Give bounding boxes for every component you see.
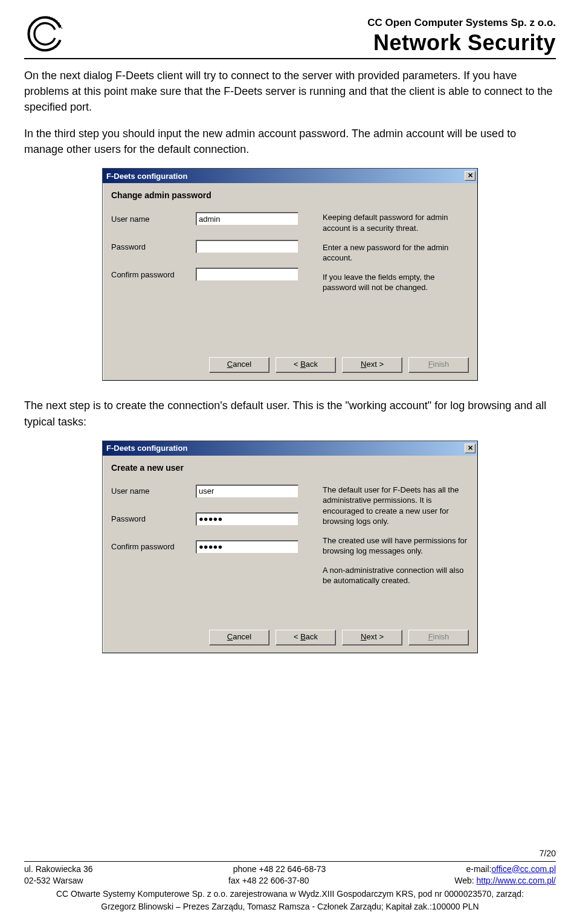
back-button[interactable]: < Back xyxy=(276,357,336,373)
info-line: Keeping default password for admin accou… xyxy=(323,212,469,233)
password-input[interactable] xyxy=(196,240,298,253)
dialog-create-user: F-Deets configuration ✕ Create a new use… xyxy=(102,441,478,653)
info-line: The default user for F-Deets has all the… xyxy=(323,485,469,527)
email-link[interactable]: office@cc.com.pl xyxy=(491,864,556,874)
page-number: 7/20 xyxy=(24,848,556,860)
info-line: Enter a new password for the admin accou… xyxy=(323,242,469,263)
password-label: Password xyxy=(111,242,196,251)
company-logo-icon xyxy=(24,12,68,56)
password-label: Password xyxy=(111,514,196,523)
footer-web: Web: http://www.cc.com.pl/ xyxy=(454,875,556,887)
company-name: CC Open Computer Systems Sp. z o.o. xyxy=(367,17,556,29)
titlebar[interactable]: F-Deets configuration ✕ xyxy=(103,441,477,456)
confirm-password-input[interactable] xyxy=(196,540,298,554)
back-button[interactable]: < Back xyxy=(276,630,336,645)
info-line: If you leave the fields empty, the passw… xyxy=(323,272,469,293)
username-input[interactable] xyxy=(196,212,298,225)
paragraph-3: The next step is to create the connectio… xyxy=(24,398,556,429)
paragraph-2: In the third step you should input the n… xyxy=(24,126,556,157)
confirm-password-label: Confirm password xyxy=(111,542,196,551)
page-footer: 7/20 ul. Rakowiecka 36 phone +48 22 646-… xyxy=(24,848,556,913)
product-title: Network Security xyxy=(367,30,556,56)
dialog-info-text: The default user for F-Deets has all the… xyxy=(323,485,469,606)
info-line: A non-administrative connection will als… xyxy=(323,565,469,586)
close-icon[interactable]: ✕ xyxy=(465,171,475,181)
dialog-title: F-Deets configuration xyxy=(106,172,187,181)
dialog-info-text: Keeping default password for admin accou… xyxy=(323,212,469,333)
info-line: The created use will have permissions fo… xyxy=(323,535,469,557)
footer-fax: fax +48 22 606-37-80 xyxy=(228,875,309,887)
finish-button: Finish xyxy=(408,630,469,645)
dialog-heading: Create a new user xyxy=(111,463,469,473)
dialog-title: F-Deets configuration xyxy=(106,444,187,453)
page-header: CC Open Computer Systems Sp. z o.o. Netw… xyxy=(24,12,556,59)
titlebar[interactable]: F-Deets configuration ✕ xyxy=(103,169,477,183)
footer-legal-2: Grzegorz Blinowski – Prezes Zarządu, Tom… xyxy=(24,901,556,913)
finish-button: Finish xyxy=(408,357,469,373)
dialog-heading: Change admin password xyxy=(111,190,469,200)
dialog-change-password: F-Deets configuration ✕ Change admin pas… xyxy=(102,168,478,381)
close-icon[interactable]: ✕ xyxy=(465,444,475,453)
confirm-password-input[interactable] xyxy=(196,268,298,281)
footer-address-1: ul. Rakowiecka 36 xyxy=(24,864,93,876)
footer-phone: phone +48 22 646-68-73 xyxy=(233,864,326,876)
username-label: User name xyxy=(111,215,196,224)
footer-email: e-mail:office@cc.com.pl xyxy=(466,864,556,876)
next-button[interactable]: Next > xyxy=(342,357,402,373)
password-input[interactable] xyxy=(196,512,298,526)
web-link[interactable]: http://www.cc.com.pl/ xyxy=(477,876,556,885)
confirm-password-label: Confirm password xyxy=(111,270,196,279)
next-button[interactable]: Next > xyxy=(342,630,402,645)
cancel-button[interactable]: Cancel xyxy=(209,357,269,373)
username-label: User name xyxy=(111,486,196,496)
username-input[interactable] xyxy=(196,485,298,498)
cancel-button[interactable]: Cancel xyxy=(209,630,269,645)
paragraph-1: On the next dialog F-Deets client will t… xyxy=(24,68,556,115)
footer-address-2: 02-532 Warsaw xyxy=(24,875,83,887)
footer-legal-1: CC Otwarte Systemy Komputerowe Sp. z o.o… xyxy=(24,888,556,900)
